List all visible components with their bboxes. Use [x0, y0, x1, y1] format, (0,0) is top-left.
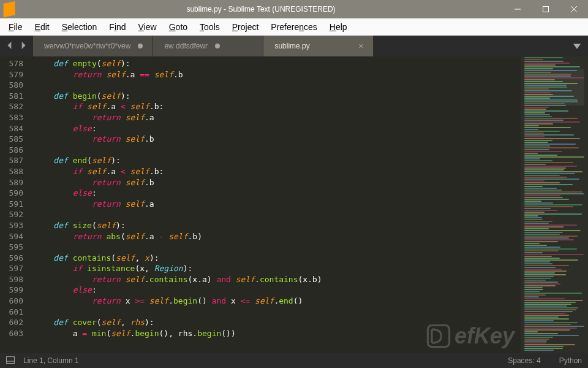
code-line[interactable]	[34, 209, 521, 220]
history-forward-icon[interactable]	[20, 42, 27, 51]
code-line[interactable]: def cover(self, rhs):	[34, 317, 521, 328]
minimap-line	[524, 99, 578, 101]
minimap-line	[524, 331, 538, 332]
close-button[interactable]	[560, 0, 588, 18]
minimap-line	[524, 178, 579, 180]
line-number[interactable]: 578	[0, 58, 23, 69]
code-line[interactable]: return self.a == self.b	[34, 69, 521, 80]
minimap-line	[524, 212, 545, 213]
indent-setting[interactable]: Spaces: 4	[508, 356, 540, 365]
code-line[interactable]: return self.b	[34, 177, 521, 188]
line-number[interactable]: 597	[0, 263, 23, 274]
minimap-line	[524, 107, 549, 108]
cursor-position[interactable]: Line 1, Column 1	[23, 356, 79, 365]
code-line[interactable]: else:	[34, 123, 521, 134]
line-number[interactable]: 592	[0, 209, 23, 220]
syntax-setting[interactable]: Python	[559, 356, 582, 365]
minimap-line	[524, 285, 556, 286]
code-line[interactable]: def begin(self):	[34, 91, 521, 102]
history-back-icon[interactable]	[6, 42, 13, 51]
code-line[interactable]: if isinstance(x, Region):	[34, 263, 521, 274]
code-line[interactable]: def contains(self, x):	[34, 253, 521, 264]
code-line[interactable]: def size(self):	[34, 220, 521, 231]
minimap-line	[524, 269, 562, 270]
menu-preferences[interactable]: Preferences	[265, 20, 323, 34]
line-number[interactable]: 595	[0, 242, 23, 253]
code-line[interactable]	[34, 145, 521, 156]
menu-project[interactable]: Project	[226, 20, 265, 34]
line-number[interactable]: 588	[0, 166, 23, 177]
code-line[interactable]: else:	[34, 188, 521, 199]
minimap[interactable]	[521, 56, 588, 353]
code-line[interactable]: if self.a < self.b:	[34, 101, 521, 112]
line-number[interactable]: 582	[0, 101, 23, 112]
code-line[interactable]	[34, 80, 521, 91]
menu-file-rest: ile	[14, 22, 23, 32]
line-number[interactable]: 601	[0, 307, 23, 318]
menu-goto[interactable]: Goto	[163, 20, 194, 34]
line-number[interactable]: 603	[0, 328, 23, 339]
code-line[interactable]: return self.a	[34, 199, 521, 210]
line-number[interactable]: 587	[0, 155, 23, 166]
line-number[interactable]: 590	[0, 188, 23, 199]
minimap-line	[524, 344, 575, 345]
tab-0[interactable]: wervw0*nve0w*riw*r0*vew	[33, 36, 153, 56]
minimap-line	[524, 180, 545, 182]
tab-2[interactable]: sublime.py ×	[263, 36, 374, 56]
line-number[interactable]: 594	[0, 231, 23, 242]
line-number[interactable]: 598	[0, 274, 23, 285]
menu-find[interactable]: Find	[103, 20, 132, 34]
menu-selection[interactable]: Selection	[56, 20, 104, 34]
minimap-line	[524, 307, 578, 309]
line-number[interactable]: 585	[0, 134, 23, 145]
minimize-button[interactable]	[503, 0, 532, 18]
code-area[interactable]: def empty(self): return self.a == self.b…	[29, 56, 521, 353]
line-number[interactable]: 584	[0, 123, 23, 134]
menu-file[interactable]: File	[2, 20, 29, 34]
code-line[interactable]: a = min(self.begin(), rhs.begin())	[34, 328, 521, 339]
minimap-line	[524, 123, 553, 125]
line-number[interactable]: 593	[0, 220, 23, 231]
line-number[interactable]: 580	[0, 80, 23, 91]
line-number[interactable]: 596	[0, 253, 23, 264]
line-number[interactable]: 579	[0, 69, 23, 80]
code-line[interactable]: return self.b	[34, 134, 521, 145]
panel-switcher-icon[interactable]	[6, 356, 15, 366]
minimap-line	[524, 83, 578, 84]
code-line[interactable]: def end(self):	[34, 155, 521, 166]
minimap-line	[524, 64, 556, 66]
code-line[interactable]: return abs(self.a - self.b)	[34, 231, 521, 242]
line-number[interactable]: 602	[0, 317, 23, 328]
menu-view[interactable]: View	[132, 20, 163, 34]
code-line[interactable]: def empty(self):	[34, 58, 521, 69]
maximize-button[interactable]	[532, 0, 560, 18]
menu-edit[interactable]: Edit	[29, 20, 56, 34]
line-number[interactable]: 600	[0, 296, 23, 307]
tab-overflow-button[interactable]	[566, 36, 588, 56]
minimap-line	[524, 316, 559, 318]
minimap-line	[524, 136, 545, 137]
code-line[interactable]	[34, 242, 521, 253]
line-number[interactable]: 581	[0, 91, 23, 102]
code-line[interactable]: return self.a	[34, 112, 521, 123]
code-line[interactable]: if self.a < self.b:	[34, 166, 521, 177]
minimap-line	[524, 68, 553, 69]
line-number[interactable]: 586	[0, 145, 23, 156]
code-line[interactable]: else:	[34, 285, 521, 296]
code-line[interactable]: return x >= self.begin() and x <= self.e…	[34, 296, 521, 307]
menu-help[interactable]: Help	[323, 20, 353, 34]
line-number[interactable]: 589	[0, 177, 23, 188]
code-line[interactable]: return self.contains(x.a) and self.conta…	[34, 274, 521, 285]
tab-1[interactable]: ew ddfsdfewr	[153, 36, 263, 56]
line-number[interactable]: 583	[0, 112, 23, 123]
line-number[interactable]: 591	[0, 199, 23, 210]
minimap-line	[524, 302, 576, 303]
tab-close-icon[interactable]: ×	[358, 42, 363, 50]
gutter[interactable]: 5785795805815825835845855865875885895905…	[0, 56, 29, 353]
menu-tools[interactable]: Tools	[194, 20, 226, 34]
minimap-line	[524, 190, 562, 191]
minimap-line	[524, 259, 578, 261]
minimap-line	[524, 311, 573, 312]
line-number[interactable]: 599	[0, 285, 23, 296]
code-line[interactable]	[34, 307, 521, 318]
